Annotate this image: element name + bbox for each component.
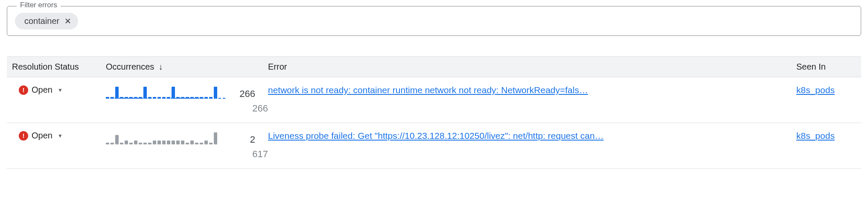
filter-chip[interactable]: container ✕ (15, 13, 78, 29)
chevron-down-icon: ▼ (58, 133, 63, 139)
occurrences-sparkline[interactable] (106, 85, 225, 100)
occurrences-sparkline[interactable] (106, 131, 225, 145)
filter-errors-panel: Filter errors container ✕ (7, 6, 861, 36)
occurrence-count: 2 (231, 134, 255, 145)
sort-desc-icon: ↓ (158, 62, 163, 72)
filter-input[interactable] (82, 16, 853, 26)
remove-chip-icon[interactable]: ✕ (64, 17, 71, 25)
filter-legend: Filter errors (17, 1, 61, 9)
error-status-icon: ! (19, 131, 28, 141)
seen-in-link[interactable]: k8s_pods (796, 85, 835, 95)
status-label: Open (32, 131, 52, 141)
error-message-link[interactable]: network is not ready: container runtime … (268, 85, 588, 95)
resolution-status-dropdown[interactable]: ! Open ▼ (12, 85, 106, 95)
resolution-status-dropdown[interactable]: ! Open ▼ (12, 131, 106, 141)
occurrence-subcount: 266 (231, 103, 268, 114)
errors-table: Resolution Status Occurrences ↓ Error Se… (7, 56, 861, 169)
chevron-down-icon: ▼ (58, 87, 63, 93)
table-header-row: Resolution Status Occurrences ↓ Error Se… (7, 56, 861, 77)
col-seen-in[interactable]: Seen In (796, 62, 856, 72)
seen-in-link[interactable]: k8s_pods (796, 131, 835, 141)
occurrence-subcount: 617 (231, 149, 268, 160)
col-error-label: Error (268, 62, 287, 72)
status-label: Open (32, 85, 52, 95)
error-message-link[interactable]: Liveness probe failed: Get "https://10.2… (268, 131, 604, 141)
col-seen-in-label: Seen In (796, 62, 826, 72)
table-row[interactable]: ! Open ▼ 266 266 network is not ready: c… (7, 77, 861, 123)
error-status-icon: ! (19, 85, 28, 95)
occurrence-count: 266 (231, 88, 255, 100)
col-occurrences-label: Occurrences (106, 62, 154, 72)
col-resolution-label: Resolution Status (12, 62, 79, 72)
col-error[interactable]: Error (268, 62, 796, 72)
table-row[interactable]: ! Open ▼ 2 617 Liveness probe failed: Ge… (7, 123, 861, 169)
col-occurrences[interactable]: Occurrences ↓ (106, 62, 268, 72)
filter-chip-label: container (24, 16, 59, 26)
occurrences-cell: 2 617 (106, 131, 268, 160)
filter-chip-row[interactable]: container ✕ (15, 12, 853, 29)
occurrences-cell: 266 266 (106, 85, 268, 114)
col-resolution-status[interactable]: Resolution Status (12, 62, 106, 72)
